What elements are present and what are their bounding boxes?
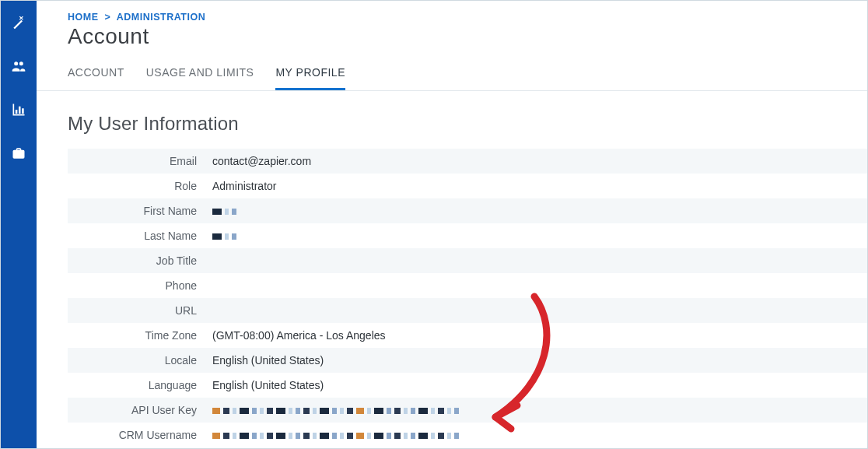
breadcrumb-separator: >	[104, 12, 110, 23]
tab-bar: ACCOUNT USAGE AND LIMITS MY PROFILE	[37, 49, 867, 91]
users-icon[interactable]	[11, 58, 26, 74]
field-value	[208, 404, 459, 416]
field-value	[208, 429, 459, 441]
field-label: Email	[68, 155, 208, 167]
field-row: Job Title	[68, 248, 867, 273]
field-value: contact@zapier.com	[208, 155, 311, 167]
field-value: English (United States)	[208, 379, 324, 391]
field-label: First Name	[68, 205, 208, 217]
main-panel: HOME > ADMINISTRATION Account ACCOUNT US…	[37, 1, 867, 448]
field-label: Role	[68, 180, 208, 192]
field-value: English (United States)	[208, 354, 324, 367]
bar-chart-icon[interactable]	[11, 102, 26, 118]
field-value: (GMT-08:00) America - Los Angeles	[208, 329, 386, 342]
field-value: Administrator	[208, 180, 276, 192]
field-label: API User Key	[68, 404, 208, 416]
field-row: RoleAdministrator	[68, 174, 867, 198]
field-row: LocaleEnglish (United States)	[68, 348, 867, 373]
field-row: CRM Username	[68, 423, 867, 447]
field-label: Job Title	[68, 254, 208, 267]
field-list: Emailcontact@zapier.comRoleAdministrator…	[68, 149, 867, 447]
section-title: My User Information	[68, 113, 867, 135]
magic-wand-icon[interactable]	[11, 15, 26, 30]
field-row: Last Name	[68, 223, 867, 248]
redacted-value	[212, 408, 459, 414]
field-label: URL	[68, 304, 208, 317]
briefcase-icon[interactable]	[11, 146, 26, 161]
tab-usage-and-limits[interactable]: USAGE AND LIMITS	[146, 66, 254, 90]
field-row: URL	[68, 298, 867, 323]
field-row: Emailcontact@zapier.com	[68, 149, 867, 174]
breadcrumb-home[interactable]: HOME	[68, 12, 99, 23]
field-row: API User Key	[68, 398, 867, 423]
profile-section: My User Information Emailcontact@zapier.…	[37, 91, 867, 447]
breadcrumb-section[interactable]: ADMINISTRATION	[117, 12, 205, 23]
page-title: Account	[68, 24, 867, 49]
field-row: Phone	[68, 273, 867, 298]
tab-account[interactable]: ACCOUNT	[68, 66, 124, 90]
field-label: Time Zone	[68, 329, 208, 342]
redacted-value	[212, 209, 236, 215]
field-label: Last Name	[68, 230, 208, 242]
app-root: HOME > ADMINISTRATION Account ACCOUNT US…	[0, 0, 868, 449]
field-row: First Name	[68, 198, 867, 223]
page-header: HOME > ADMINISTRATION Account	[37, 1, 867, 49]
tab-my-profile[interactable]: MY PROFILE	[275, 66, 345, 90]
field-label: CRM Username	[68, 429, 208, 441]
field-label: Language	[68, 379, 208, 391]
redacted-value	[212, 233, 236, 240]
field-value	[208, 230, 236, 242]
field-value	[208, 205, 236, 217]
field-label: Locale	[68, 354, 208, 367]
field-row: Time Zone(GMT-08:00) America - Los Angel…	[68, 323, 867, 348]
field-label: Phone	[68, 279, 208, 292]
redacted-value	[212, 433, 459, 439]
breadcrumb: HOME > ADMINISTRATION	[68, 12, 867, 23]
sidebar-nav	[1, 1, 37, 448]
field-row: LanguageEnglish (United States)	[68, 373, 867, 398]
